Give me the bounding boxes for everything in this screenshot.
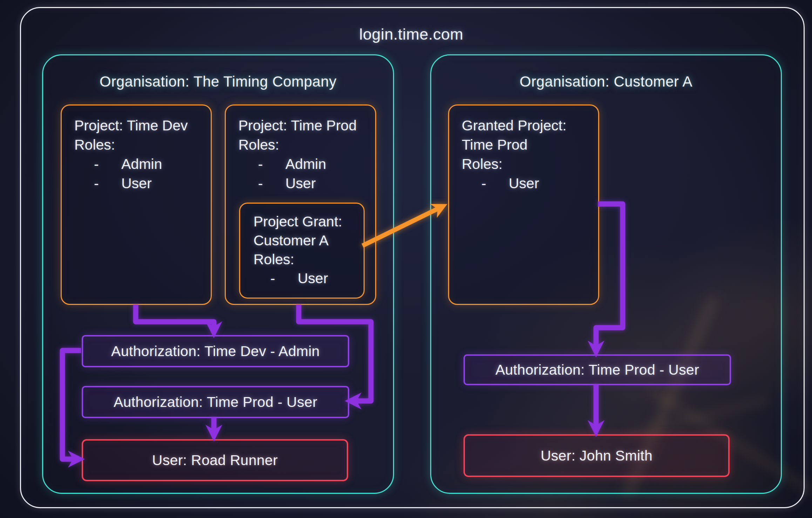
role-name: Admin [285, 155, 326, 174]
diagram-canvas: login.time.com Organisation: The Timing … [0, 0, 812, 518]
project-time-prod-box: Project: Time Prod Roles: - Admin - User… [225, 104, 376, 305]
roles-label: Roles: [238, 135, 365, 155]
dash-bullet: - [94, 174, 121, 193]
project-grant-customer-a-box: Project Grant: Customer A Roles: - User [239, 203, 365, 299]
role-item: - User [481, 174, 588, 193]
user-john-smith-box: User: John Smith [463, 434, 730, 477]
dash-bullet: - [270, 269, 298, 288]
roles-label: Roles: [253, 250, 357, 269]
granted-project-title-line1: Granted Project: [462, 116, 588, 135]
role-name: Admin [121, 155, 162, 174]
dash-bullet: - [481, 174, 509, 193]
authorization-time-dev-admin-box: Authorization: Time Dev - Admin [82, 335, 349, 367]
project-grant-title-line1: Project Grant: [253, 212, 357, 231]
role-item: - User [270, 269, 357, 288]
role-item: - Admin [94, 155, 200, 174]
authorization-label: Authorization: Time Prod - User [114, 394, 317, 410]
granted-project-title-line2: Time Prod [462, 135, 588, 155]
role-item: - User [94, 174, 200, 193]
role-name: User [285, 174, 316, 193]
authorization-label: Authorization: Time Prod - User [495, 362, 699, 378]
authorization-time-prod-user-box: Authorization: Time Prod - User [82, 386, 349, 418]
dash-bullet: - [258, 174, 285, 193]
project-time-prod-title: Project: Time Prod [238, 116, 365, 135]
role-item: - User [258, 174, 365, 193]
user-label: User: Road Runner [152, 452, 278, 469]
role-name: User [121, 174, 152, 193]
roles-label: Roles: [462, 155, 588, 174]
project-time-dev-box: Project: Time Dev Roles: - Admin - User [61, 104, 212, 305]
user-label: User: John Smith [541, 448, 652, 464]
dash-bullet: - [258, 155, 285, 174]
authorization-label: Authorization: Time Dev - Admin [111, 343, 320, 360]
organisation-timing-company-title: Organisation: The Timing Company [43, 71, 393, 93]
granted-project-time-prod-box: Granted Project: Time Prod Roles: - User [448, 104, 599, 305]
project-time-dev-title: Project: Time Dev [74, 116, 200, 135]
dash-bullet: - [94, 155, 121, 174]
page-title: login.time.com [20, 23, 803, 46]
role-name: User [509, 174, 539, 193]
organisation-customer-a-title: Organisation: Customer A [431, 71, 781, 93]
roles-label: Roles: [74, 135, 200, 155]
user-road-runner-box: User: Road Runner [82, 439, 348, 481]
authorization-time-prod-user-customer-box: Authorization: Time Prod - User [463, 354, 731, 385]
organisation-timing-company-box: Organisation: The Timing Company Project… [42, 54, 394, 494]
role-name: User [298, 269, 328, 288]
organisation-customer-a-box: Organisation: Customer A Granted Project… [430, 54, 782, 494]
project-grant-title-line2: Customer A [253, 231, 357, 250]
role-item: - Admin [258, 155, 365, 174]
